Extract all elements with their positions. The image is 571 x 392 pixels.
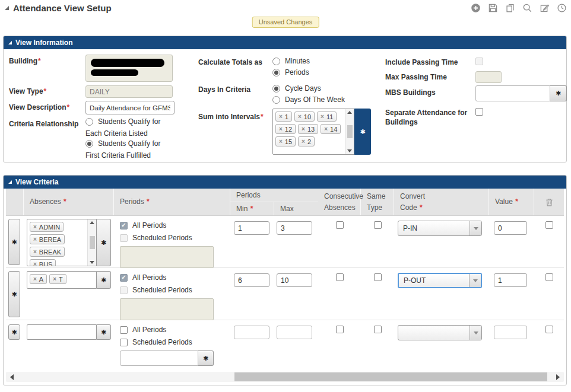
min-input[interactable] bbox=[234, 326, 269, 339]
remove-tag-icon[interactable]: × bbox=[279, 126, 283, 132]
all-periods-checkbox[interactable]: ✓ bbox=[120, 274, 128, 282]
horizontal-scrollbar[interactable] bbox=[6, 372, 564, 382]
scroll-left-icon[interactable] bbox=[10, 374, 14, 380]
row-picker-button[interactable]: ✱ bbox=[8, 271, 20, 317]
select-arrow-button[interactable] bbox=[470, 326, 481, 340]
periods-radio[interactable] bbox=[272, 69, 280, 77]
view-description-input[interactable] bbox=[85, 101, 175, 114]
min-input[interactable] bbox=[234, 273, 269, 287]
scrollbar[interactable] bbox=[345, 109, 354, 154]
cycle-days-radio[interactable] bbox=[272, 85, 280, 93]
remove-tag-icon[interactable]: × bbox=[302, 126, 305, 132]
row-picker-button[interactable]: ✱ bbox=[8, 219, 20, 265]
absences-picker-button[interactable]: ✱ bbox=[97, 324, 111, 340]
remove-tag-icon[interactable]: × bbox=[33, 224, 37, 230]
intervals-picker-button[interactable]: ✱ bbox=[354, 109, 371, 155]
value-input[interactable] bbox=[494, 326, 527, 339]
absences-multiselect[interactable]: ✱ bbox=[27, 324, 111, 340]
scheduled-periods-input[interactable] bbox=[120, 350, 198, 366]
scroll-down-icon[interactable] bbox=[347, 149, 352, 152]
toolbar bbox=[471, 3, 567, 13]
all-periods-checkbox[interactable] bbox=[120, 326, 128, 334]
all-periods-checkbox[interactable]: ✓ bbox=[120, 222, 128, 230]
same-type-checkbox[interactable] bbox=[374, 221, 382, 229]
remove-tag-icon[interactable]: × bbox=[279, 113, 283, 120]
page-title: Attendance View Setup bbox=[13, 3, 112, 13]
consecutive-absences-checkbox[interactable] bbox=[336, 273, 344, 281]
radio-label: Each Criteria Listed bbox=[85, 129, 148, 138]
add-icon[interactable] bbox=[471, 3, 481, 13]
same-type-checkbox[interactable] bbox=[374, 273, 382, 281]
save-icon[interactable] bbox=[488, 3, 498, 13]
remove-tag-icon[interactable]: × bbox=[302, 138, 305, 145]
remove-tag-icon[interactable]: × bbox=[33, 248, 37, 255]
absences-picker-button[interactable]: ✱ bbox=[97, 219, 111, 266]
calculate-totals-label: Calculate Totals as bbox=[198, 58, 262, 66]
same-type-checkbox[interactable] bbox=[374, 326, 382, 333]
remove-tag-icon[interactable]: × bbox=[321, 113, 324, 120]
consecutive-absences-column-header: Consecutive Absences bbox=[318, 189, 361, 215]
convert-code-select[interactable]: P-OUT bbox=[398, 273, 482, 288]
chevron-down-icon bbox=[474, 227, 478, 230]
scroll-up-icon[interactable] bbox=[90, 221, 94, 224]
row-picker-button[interactable]: ✱ bbox=[8, 324, 20, 340]
remove-tag-icon[interactable]: × bbox=[33, 276, 37, 282]
scheduled-periods-label: Scheduled Periods bbox=[132, 338, 192, 346]
days-of-week-radio[interactable] bbox=[272, 96, 280, 104]
convert-code-select[interactable]: P-IN bbox=[398, 221, 482, 236]
edit-icon[interactable] bbox=[540, 3, 550, 13]
absences-picker-button[interactable]: ✱ bbox=[97, 271, 111, 289]
remove-tag-icon[interactable]: × bbox=[298, 113, 302, 120]
scroll-thumb[interactable] bbox=[90, 236, 95, 249]
history-icon[interactable] bbox=[557, 3, 567, 13]
max-input[interactable] bbox=[277, 273, 312, 287]
collapse-section-icon[interactable] bbox=[8, 41, 12, 44]
minutes-radio[interactable] bbox=[272, 58, 280, 65]
consecutive-absences-checkbox[interactable] bbox=[336, 221, 344, 229]
absence-tag: ×BUS bbox=[30, 259, 56, 266]
absences-multiselect[interactable]: ×ADMIN ×BEREA ×BREAK ×BUS ×CLINI bbox=[27, 219, 111, 266]
criteria-first-radio[interactable] bbox=[85, 140, 93, 148]
mbs-buildings-input[interactable] bbox=[475, 85, 550, 101]
value-input[interactable] bbox=[494, 221, 527, 235]
add-column-header bbox=[6, 189, 24, 215]
separate-attendance-checkbox[interactable] bbox=[475, 108, 483, 116]
scrollbar[interactable] bbox=[87, 219, 96, 266]
scroll-thumb[interactable] bbox=[347, 125, 353, 138]
scroll-down-icon[interactable] bbox=[90, 261, 94, 264]
copy-icon[interactable] bbox=[505, 3, 515, 13]
radio-label: First Criteria Fulfilled bbox=[85, 151, 151, 160]
remove-tag-icon[interactable]: × bbox=[33, 261, 37, 266]
consecutive-absences-checkbox[interactable] bbox=[336, 326, 344, 333]
collapse-section-icon[interactable] bbox=[8, 180, 12, 184]
delete-row-checkbox[interactable] bbox=[545, 221, 553, 229]
select-arrow-button[interactable] bbox=[470, 221, 481, 235]
scroll-right-icon[interactable] bbox=[556, 374, 560, 380]
sum-into-intervals-multiselect[interactable]: ×1 ×10 ×11 ×12 ×13 ×14 ×15 ×2 ✱ bbox=[272, 109, 371, 155]
absences-multiselect[interactable]: ×A ×T ✱ bbox=[27, 271, 111, 289]
scroll-thumb[interactable] bbox=[234, 372, 547, 381]
delete-row-checkbox[interactable] bbox=[545, 326, 553, 333]
min-input[interactable] bbox=[234, 221, 269, 235]
delete-row-checkbox[interactable] bbox=[545, 273, 553, 281]
select-arrow-button[interactable] bbox=[469, 274, 481, 287]
max-input[interactable] bbox=[277, 221, 312, 235]
view-criteria-panel: View Criteria Absences * Periods * Perio… bbox=[3, 175, 567, 385]
remove-tag-icon[interactable]: × bbox=[53, 276, 56, 282]
convert-code-select[interactable] bbox=[398, 325, 482, 340]
scheduled-periods-checkbox bbox=[120, 234, 128, 242]
remove-tag-icon[interactable]: × bbox=[324, 126, 328, 132]
value-input[interactable] bbox=[494, 273, 527, 287]
view-criteria-header[interactable]: View Criteria bbox=[4, 176, 566, 189]
remove-tag-icon[interactable]: × bbox=[33, 236, 37, 243]
collapse-page-icon[interactable] bbox=[5, 6, 9, 10]
view-information-header[interactable]: View Information bbox=[4, 36, 566, 49]
scroll-up-icon[interactable] bbox=[347, 111, 352, 114]
scheduled-periods-checkbox[interactable] bbox=[120, 339, 128, 346]
mbs-buildings-picker-button[interactable]: ✱ bbox=[550, 85, 567, 101]
scheduled-periods-picker-button[interactable]: ✱ bbox=[198, 350, 214, 366]
remove-tag-icon[interactable]: × bbox=[279, 138, 283, 145]
criteria-each-radio[interactable] bbox=[85, 118, 93, 126]
search-icon[interactable] bbox=[522, 3, 532, 13]
max-input[interactable] bbox=[277, 326, 312, 339]
